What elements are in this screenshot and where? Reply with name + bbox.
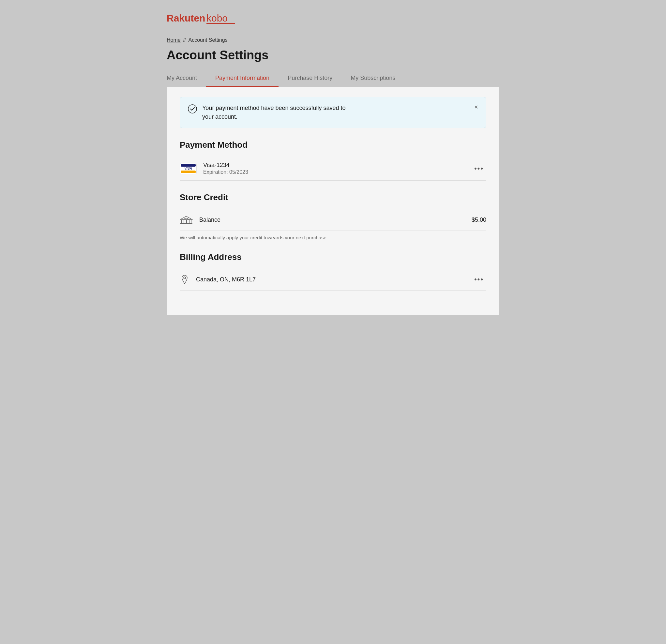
success-message: Your payment method have been successful… xyxy=(202,104,346,121)
payment-method-info: VISA Visa-1234 Expiration: 05/2023 xyxy=(180,162,248,175)
location-pin-icon xyxy=(180,274,190,285)
balance-row: Balance $5.00 xyxy=(180,209,486,231)
content-area: Your payment method have been successful… xyxy=(166,87,500,315)
card-name: Visa-1234 xyxy=(203,162,248,168)
card-details: Visa-1234 Expiration: 05/2023 xyxy=(203,162,248,175)
billing-address-text: Canada, ON, M6R 1L7 xyxy=(196,276,256,283)
check-circle-icon xyxy=(188,104,197,113)
address-info: Canada, ON, M6R 1L7 xyxy=(180,274,256,285)
store-credit-header: Store Credit xyxy=(180,192,486,202)
svg-point-3 xyxy=(188,105,197,113)
card-expiry: Expiration: 05/2023 xyxy=(203,169,248,175)
svg-rect-6 xyxy=(181,171,196,173)
close-banner-button[interactable]: × xyxy=(474,104,478,110)
breadcrumb-separator: // xyxy=(183,37,186,43)
tab-my-account[interactable]: My Account xyxy=(166,70,206,87)
payment-method-row: VISA Visa-1234 Expiration: 05/2023 ••• xyxy=(180,157,486,181)
visa-card-icon: VISA xyxy=(180,163,197,174)
balance-amount: $5.00 xyxy=(472,216,486,223)
page-title: Account Settings xyxy=(166,48,500,62)
store-credit-icon xyxy=(180,214,193,225)
svg-text:Rakuten: Rakuten xyxy=(166,13,205,23)
logo: Rakuten kobo xyxy=(166,10,500,28)
payment-method-header: Payment Method xyxy=(180,140,486,150)
svg-point-8 xyxy=(183,277,186,279)
balance-info: Balance xyxy=(180,214,221,225)
payment-more-button[interactable]: ••• xyxy=(472,163,486,174)
success-banner: Your payment method have been successful… xyxy=(180,97,486,128)
tab-my-subscriptions[interactable]: My Subscriptions xyxy=(341,70,404,87)
credit-note: We will automatically apply your credit … xyxy=(180,235,486,240)
billing-address-section: Billing Address Canada, ON, M6R 1L7 ••• xyxy=(180,252,486,290)
billing-address-header: Billing Address xyxy=(180,252,486,262)
tab-purchase-history[interactable]: Purchase History xyxy=(279,70,341,87)
svg-text:VISA: VISA xyxy=(184,167,192,170)
billing-more-button[interactable]: ••• xyxy=(472,274,486,285)
svg-text:kobo: kobo xyxy=(207,13,228,23)
address-row: Canada, ON, M6R 1L7 ••• xyxy=(180,269,486,290)
success-banner-content: Your payment method have been successful… xyxy=(188,104,346,121)
breadcrumb: Home // Account Settings xyxy=(166,37,500,43)
breadcrumb-current: Account Settings xyxy=(188,37,227,43)
svg-rect-5 xyxy=(181,164,196,167)
breadcrumb-home[interactable]: Home xyxy=(166,37,181,43)
tab-payment-information[interactable]: Payment Information xyxy=(206,70,279,87)
tabs-container: My Account Payment Information Purchase … xyxy=(166,70,500,87)
store-credit-section: Store Credit Balance xyxy=(180,192,486,240)
balance-label: Balance xyxy=(199,216,221,223)
